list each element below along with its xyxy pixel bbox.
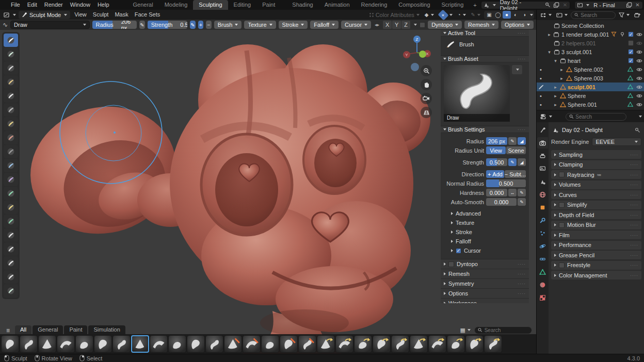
panel-remesh[interactable]: Remesh····: [441, 269, 529, 279]
panel-motion-blur[interactable]: Motion Blur····: [551, 221, 641, 229]
tool-transform[interactable]: [4, 270, 18, 284]
hardness-pressure-icon[interactable]: ✎: [518, 189, 526, 196]
tool-paint-brush[interactable]: [4, 75, 18, 89]
panel-checkbox[interactable]: [559, 222, 565, 228]
pin-icon[interactable]: [635, 127, 640, 133]
workspace-tab-uv-editing[interactable]: UV Editing: [228, 0, 257, 10]
tool-brush[interactable]: [4, 47, 18, 61]
normal-radius-slider[interactable]: 0.500: [486, 179, 526, 187]
workspace-tab-general[interactable]: General: [127, 0, 159, 10]
hardness-slider[interactable]: 0.000: [486, 189, 507, 196]
brush-asset-dropdown[interactable]: [512, 65, 522, 74]
properties-tab-output[interactable]: [537, 150, 548, 161]
active-tool-brush[interactable]: Brush: [444, 39, 526, 52]
panel-checkbox[interactable]: [559, 172, 565, 177]
viewport-menu-sculpt[interactable]: Sculpt: [90, 10, 112, 20]
workspace-tab-modeling[interactable]: Modeling: [159, 0, 194, 10]
expander-icon[interactable]: ▸: [547, 32, 552, 37]
direction-subtract-button[interactable]: −Subt...: [505, 170, 526, 178]
brush-selector-dropdown[interactable]: Draw: [10, 21, 89, 29]
radius-pressure-icon[interactable]: ✎: [139, 21, 145, 29]
subpanel-falloff[interactable]: Falloff: [444, 237, 526, 246]
properties-tab-data[interactable]: [537, 266, 548, 277]
color-attributes-button[interactable]: Color Attributes: [367, 11, 421, 19]
properties-tab-constraints[interactable]: [537, 253, 548, 265]
outliner-filter[interactable]: [617, 11, 631, 19]
exclude-checkbox[interactable]: ✓: [628, 31, 634, 37]
panel-dyntopo[interactable]: Dyntopo····: [441, 259, 529, 269]
panel-color-management[interactable]: Color Management····: [551, 271, 641, 279]
options-popover[interactable]: Options: [501, 21, 534, 29]
brush-thumbnail[interactable]: [94, 335, 112, 353]
outliner-search[interactable]: [571, 11, 616, 19]
radius-eyedropper-icon[interactable]: ✎: [508, 137, 517, 145]
properties-tab-tool[interactable]: [537, 124, 548, 136]
outliner-row[interactable]: ▸1 render setup.001✓: [537, 30, 644, 39]
tool-box-mask[interactable]: [4, 89, 18, 103]
shelf-tab-general[interactable]: General: [33, 325, 63, 334]
properties-editor-type[interactable]: [539, 112, 554, 121]
delete-scene-icon[interactable]: ✕: [562, 2, 568, 8]
shelf-tab-simulation[interactable]: Simulation: [88, 325, 125, 334]
outliner-row[interactable]: •▸Sphere.001: [537, 100, 644, 109]
tool-mask-by-color[interactable]: [4, 215, 18, 228]
popover-brush[interactable]: Brush: [214, 21, 242, 29]
outliner-row[interactable]: ▾3 sculpt.001✓: [537, 47, 644, 56]
radius-unit-view-button[interactable]: View: [486, 146, 506, 154]
menu-render[interactable]: Render: [41, 0, 67, 10]
tool-line-project[interactable]: [4, 145, 18, 158]
overlays-popover[interactable]: ◔: [456, 11, 468, 19]
radius-pressure-icon[interactable]: ◢: [518, 137, 526, 145]
panel-volumes[interactable]: Volumes····: [551, 180, 641, 189]
auto-smooth-slider[interactable]: 0.000: [486, 198, 517, 206]
tool-box-trim[interactable]: [4, 131, 18, 144]
workspace-tab-sculpting[interactable]: Sculpting: [193, 0, 228, 10]
exclude-checkbox[interactable]: ✓: [628, 58, 634, 63]
expander-icon[interactable]: ▾: [553, 58, 558, 63]
tool-box-face-set[interactable]: [4, 117, 18, 130]
direction-subtract-button[interactable]: −: [206, 21, 212, 29]
brush-asset-panel-header[interactable]: Brush Asset····: [441, 56, 529, 62]
mode-dropdown[interactable]: Sculpt Mode: [19, 11, 70, 19]
subpanel-advanced[interactable]: Advanced: [444, 209, 526, 218]
auto-smooth-pressure-icon[interactable]: ✎: [518, 198, 526, 206]
wireframe-shading-icon[interactable]: ◯: [494, 11, 502, 19]
outliner-row[interactable]: ▸sculpt.001: [537, 83, 644, 91]
remove-view-layer-icon[interactable]: ✕: [634, 2, 640, 8]
tool-rotate[interactable]: [4, 242, 18, 256]
viewport-menu-mask[interactable]: Mask: [111, 10, 131, 20]
shelf-search-input[interactable]: [485, 327, 528, 333]
brush-thumbnail[interactable]: [150, 335, 168, 353]
workspace-tab-texture-paint[interactable]: Texture Paint: [256, 0, 286, 10]
brush-thumbnail[interactable]: [428, 335, 446, 353]
tool-move[interactable]: [4, 228, 18, 242]
panel-workspace[interactable]: Workspace····: [441, 299, 529, 303]
view-layer-selector[interactable]: R - Final ✕: [574, 1, 642, 9]
tool-color-filter[interactable]: [4, 187, 18, 200]
expander-icon[interactable]: ▸: [553, 85, 558, 90]
dyntopo-checkbox[interactable]: [420, 22, 425, 28]
tool-mesh-filter[interactable]: [4, 159, 18, 172]
workspace-tab-animation[interactable]: Animation: [319, 0, 356, 10]
shelf-search[interactable]: [474, 326, 532, 334]
direction-add-button[interactable]: +Add: [486, 170, 504, 178]
brush-thumbnail[interactable]: [1, 335, 19, 353]
properties-tab-world[interactable]: [537, 189, 548, 200]
menu-file[interactable]: File: [7, 0, 24, 10]
outliner-row[interactable]: ▾heart✓: [537, 56, 644, 65]
3d-viewport[interactable]: Z Y X: [0, 30, 536, 354]
strength-slider[interactable]: 0.500: [486, 158, 507, 166]
shelf-tab-all[interactable]: All: [15, 325, 31, 334]
radius-unit-scene-button[interactable]: Scene: [506, 146, 526, 154]
brush-thumbnail[interactable]: [465, 335, 484, 353]
properties-tab-scene[interactable]: [537, 176, 548, 187]
outliner-row[interactable]: •▸Sphere: [537, 91, 644, 100]
panel-freestyle[interactable]: Freestyle····: [551, 261, 641, 270]
add-workspace-button[interactable]: +: [469, 2, 480, 8]
exclude-checkbox[interactable]: ✓: [628, 49, 634, 55]
brush-thumbnail[interactable]: [410, 335, 428, 353]
brush-settings-panel-header[interactable]: Brush Settings····: [441, 126, 529, 133]
symmetry-y-button[interactable]: Y: [392, 21, 401, 29]
pan-widget[interactable]: [421, 79, 432, 90]
tool-annotate[interactable]: [4, 284, 18, 298]
